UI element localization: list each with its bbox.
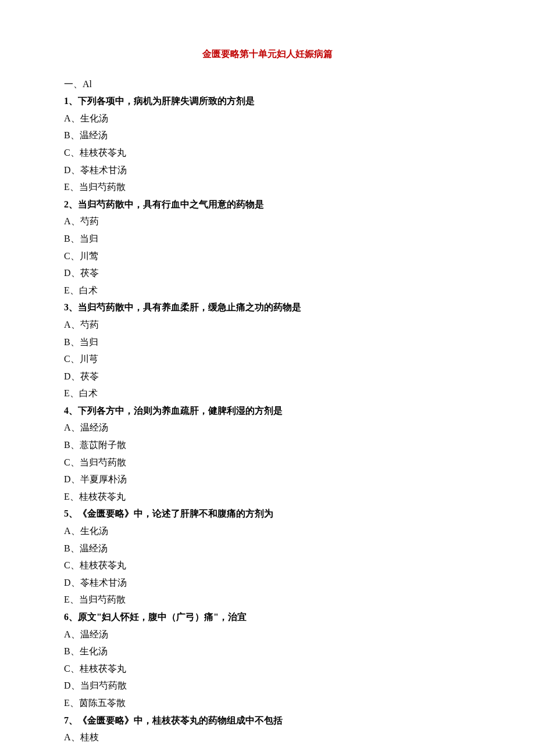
- question-stem: 6、原文"妇人怀妊，腹中（广弓）痛"，治宜: [64, 608, 471, 626]
- option: D、苓桂术甘汤: [64, 162, 471, 179]
- option: B、温经汤: [64, 540, 471, 557]
- question-stem: 1、下列各项中，病机为肝脾失调所致的方剂是: [64, 92, 471, 110]
- option: E、茵陈五苓散: [64, 694, 471, 712]
- option: D、茯苓: [64, 264, 471, 282]
- option: C、当归芍药散: [64, 454, 471, 471]
- option: E、当归芍药散: [64, 591, 471, 608]
- question-block: 2、当归芍药散中，具有行血中之气用意的药物是 A、芍药 B、当归 C、川莺 D、…: [64, 196, 471, 299]
- question-stem: 3、当归芍药散中，具有养血柔肝，缓急止痛之功的药物是: [64, 299, 471, 316]
- question-block: 3、当归芍药散中，具有养血柔肝，缓急止痛之功的药物是 A、芍药 B、当归 C、川…: [64, 299, 471, 402]
- option: E、白术: [64, 282, 471, 299]
- question-block: 6、原文"妇人怀妊，腹中（广弓）痛"，治宜 A、温经汤 B、生化汤 C、桂枝茯苓…: [64, 608, 471, 712]
- option: E、当归芍药散: [64, 178, 471, 196]
- option: A、桂枝: [64, 729, 471, 746]
- option: E、桂枝茯苓丸: [64, 488, 471, 506]
- option: A、芍药: [64, 316, 471, 334]
- option: B、生化汤: [64, 643, 471, 660]
- document-title: 金匮要略第十单元妇人妊娠病篇: [64, 45, 471, 63]
- option: A、生化汤: [64, 110, 471, 127]
- question-stem: 2、当归芍药散中，具有行血中之气用意的药物是: [64, 196, 471, 213]
- section-heading: 一、Al: [64, 76, 471, 93]
- option: B、薏苡附子散: [64, 436, 471, 454]
- option: B、当归: [64, 334, 471, 351]
- option: C、桂枝茯苓丸: [64, 660, 471, 678]
- option: B、当归: [64, 230, 471, 248]
- option: A、温经汤: [64, 419, 471, 436]
- question-block: 7、《金匮要略》中，桂枝茯苓丸的药物组成中不包括 A、桂枝: [64, 712, 471, 746]
- question-stem: 5、《金匮要略》中，论述了肝脾不和腹痛的方剂为: [64, 505, 471, 522]
- question-block: 4、下列各方中，治则为养血疏肝，健脾利湿的方剂是 A、温经汤 B、薏苡附子散 C…: [64, 402, 471, 506]
- option: D、茯苓: [64, 368, 471, 385]
- option: B、温经汤: [64, 127, 471, 144]
- option: D、当归芍药散: [64, 677, 471, 694]
- question-stem: 4、下列各方中，治则为养血疏肝，健脾利湿的方剂是: [64, 402, 471, 420]
- option: D、半夏厚朴汤: [64, 471, 471, 488]
- option: C、川莺: [64, 248, 471, 265]
- option: C、川芎: [64, 350, 471, 368]
- option: A、生化汤: [64, 522, 471, 540]
- option: E、白术: [64, 385, 471, 402]
- option: D、苓桂术甘汤: [64, 574, 471, 592]
- question-block: 1、下列各项中，病机为肝脾失调所致的方剂是 A、生化汤 B、温经汤 C、桂枝茯苓…: [64, 92, 471, 196]
- option: A、温经汤: [64, 626, 471, 643]
- question-block: 5、《金匮要略》中，论述了肝脾不和腹痛的方剂为 A、生化汤 B、温经汤 C、桂枝…: [64, 505, 471, 608]
- option: A、芍药: [64, 213, 471, 230]
- option: C、桂枝茯苓丸: [64, 557, 471, 574]
- option: C、桂枝茯苓丸: [64, 144, 471, 162]
- question-stem: 7、《金匮要略》中，桂枝茯苓丸的药物组成中不包括: [64, 712, 471, 729]
